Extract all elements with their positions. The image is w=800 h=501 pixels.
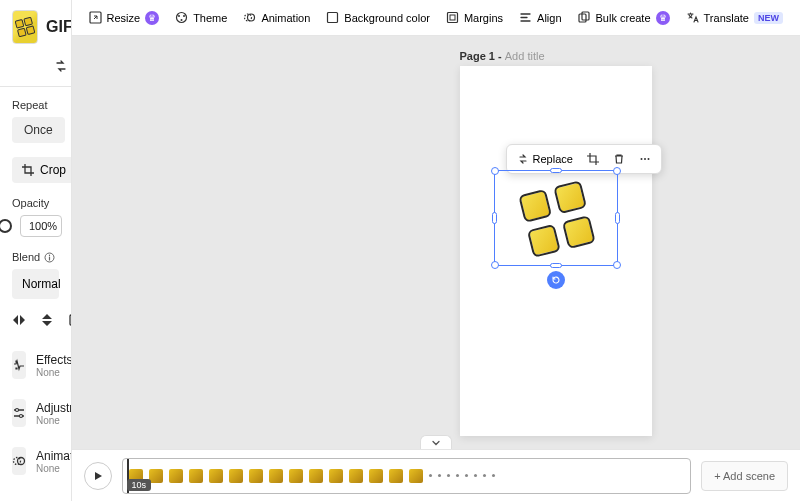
translate-button[interactable]: TranslateNEW [679, 7, 790, 28]
svg-rect-0 [15, 20, 24, 29]
svg-rect-17 [328, 13, 338, 23]
repeat-once-button[interactable]: Once [12, 117, 65, 143]
resize-handle-mb[interactable] [550, 263, 562, 268]
svg-rect-18 [447, 13, 457, 23]
adjustments-row[interactable]: AdjustmentsNone [0, 389, 71, 437]
animation-button[interactable]: Animation [236, 7, 317, 28]
swap-button[interactable] [54, 54, 68, 78]
canvas[interactable]: Page 1 - Add title Replace [72, 36, 800, 449]
premium-badge: ♛ [145, 11, 159, 25]
selection-box[interactable] [494, 170, 618, 266]
premium-badge: ♛ [656, 11, 670, 25]
effects-sub: None [36, 367, 72, 378]
svg-point-14 [181, 19, 183, 21]
opacity-value[interactable]: 100% [20, 215, 62, 237]
collapse-timeline-button[interactable] [420, 435, 452, 449]
crop-icon [22, 164, 34, 176]
theme-icon [175, 11, 188, 24]
align-icon [519, 11, 532, 24]
frame[interactable] [389, 469, 403, 483]
adjustments-icon [12, 406, 26, 420]
frame[interactable] [289, 469, 303, 483]
flip-v-icon [40, 313, 54, 327]
page-label[interactable]: Page 1 - Add title [460, 50, 545, 62]
frame[interactable] [169, 469, 183, 483]
more-button[interactable] [633, 149, 657, 169]
properties-sidebar: GIF Repeat Once Loop Crop Opacity [0, 0, 72, 501]
frame[interactable] [249, 469, 263, 483]
crop-button[interactable]: Crop [12, 157, 72, 183]
translate-icon [686, 11, 699, 24]
resize-handle-ml[interactable] [492, 212, 497, 224]
sidebar-title: GIF [46, 18, 72, 36]
bgcolor-icon [326, 11, 339, 24]
repeat-label: Repeat [12, 99, 59, 111]
gif-thumbnail [12, 10, 38, 44]
trash-icon [613, 153, 625, 165]
sidebar-header: GIF [0, 0, 71, 54]
adjustments-title: Adjustments [36, 401, 72, 415]
margins-button[interactable]: Margins [439, 7, 510, 28]
frame[interactable] [189, 469, 203, 483]
info-icon [44, 252, 55, 263]
new-badge: NEW [754, 12, 783, 24]
replace-button[interactable]: Replace [511, 149, 579, 169]
frame[interactable] [349, 469, 363, 483]
resize-handle-mt[interactable] [550, 168, 562, 173]
frame[interactable] [309, 469, 323, 483]
duration-badge: 10s [127, 479, 152, 491]
align-button[interactable]: Align [512, 7, 568, 28]
animation-title: Animation [36, 449, 72, 463]
repeat-section: Repeat Once Loop [0, 99, 71, 157]
more-icon [639, 153, 651, 165]
delete-button[interactable] [607, 149, 631, 169]
blend-label: Blend [12, 251, 59, 263]
svg-point-23 [644, 158, 646, 160]
resize-handle-tl[interactable] [491, 167, 499, 175]
svg-rect-19 [450, 15, 455, 20]
bgcolor-button[interactable]: Background color [319, 7, 437, 28]
animation-icon [243, 11, 256, 24]
svg-rect-3 [26, 26, 35, 35]
resize-handle-mr[interactable] [615, 212, 620, 224]
frame[interactable] [369, 469, 383, 483]
chevron-down-icon [431, 438, 441, 448]
bulk-create-button[interactable]: Bulk create♛ [571, 7, 677, 29]
replace-icon [517, 153, 529, 165]
add-scene-button[interactable]: + Add scene [701, 461, 788, 491]
svg-point-24 [647, 158, 649, 160]
resize-handle-bl[interactable] [491, 261, 499, 269]
frame[interactable] [209, 469, 223, 483]
bulk-icon [578, 11, 591, 24]
sel-crop-button[interactable] [581, 149, 605, 169]
frame[interactable] [409, 469, 423, 483]
resize-button[interactable]: Resize♛ [82, 7, 167, 29]
animation-sub: None [36, 463, 72, 474]
rotate-handle[interactable] [547, 271, 565, 289]
svg-point-6 [16, 409, 19, 412]
top-toolbar: Resize♛ Theme Animation Background color… [72, 0, 800, 36]
adjustments-sub: None [36, 415, 72, 426]
frame[interactable] [269, 469, 283, 483]
animation-row[interactable]: AnimationNone [0, 437, 71, 485]
effects-row[interactable]: EffectsNone [0, 341, 71, 389]
frame[interactable] [329, 469, 343, 483]
frames-track[interactable]: 10s [122, 458, 692, 494]
blend-select[interactable]: Normal [12, 269, 59, 299]
resize-handle-tr[interactable] [613, 167, 621, 175]
opacity-label: Opacity [12, 197, 59, 209]
swap-icon [54, 59, 68, 73]
play-button[interactable] [84, 462, 112, 490]
timeline: 10s + Add scene [72, 449, 800, 501]
main-area: Resize♛ Theme Animation Background color… [72, 0, 800, 501]
flip-vertical-button[interactable] [40, 313, 54, 327]
resize-handle-br[interactable] [613, 261, 621, 269]
flip-horizontal-button[interactable] [12, 313, 26, 327]
frame[interactable] [229, 469, 243, 483]
selected-gif[interactable] [508, 171, 605, 268]
blend-value: Normal [22, 277, 61, 291]
theme-button[interactable]: Theme [168, 7, 234, 28]
svg-point-22 [640, 158, 642, 160]
flip-h-icon [12, 313, 26, 327]
opacity-section: Opacity 100% [0, 197, 71, 251]
